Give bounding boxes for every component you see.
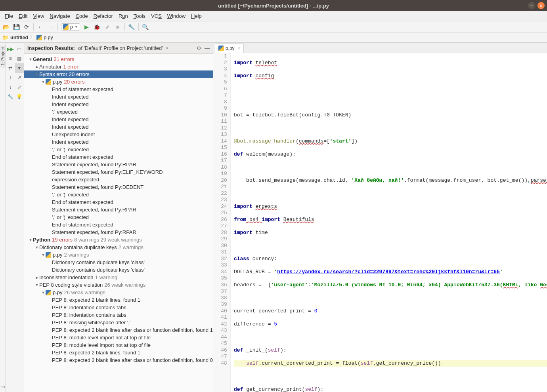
- run-configuration-select[interactable]: p ▼: [61, 23, 80, 30]
- project-tool-window-button[interactable]: 1: Project: [0, 45, 6, 67]
- tree-node[interactable]: Statement expected, found Py:DEDENT: [24, 183, 213, 191]
- tree-node[interactable]: expression expected: [24, 176, 213, 183]
- tree-node[interactable]: Unexpected indent: [24, 131, 213, 138]
- sync-icon[interactable]: ⟳: [23, 23, 30, 30]
- filter-icon[interactable]: ▼: [15, 63, 24, 73]
- tree-node[interactable]: End of statement expected: [24, 221, 213, 228]
- tree-node[interactable]: PEP 8: expected 2 blank lines, found 1: [24, 296, 213, 304]
- tree-node[interactable]: ▶Inconsistent indentation1 warning: [24, 274, 213, 281]
- run-config-name: p: [70, 24, 73, 30]
- menu-run[interactable]: Run: [116, 12, 130, 20]
- tree-node[interactable]: Statement expected, found Py:RPAR: [24, 228, 213, 236]
- debug-icon[interactable]: 🐞: [94, 23, 101, 30]
- tree-node[interactable]: PEP 8: expected 2 blank lines after clas…: [24, 326, 213, 334]
- tree-node[interactable]: ',' or ')' expected: [24, 213, 213, 221]
- inspection-toolbar: ▶▶▭ ≡▥ ⇄▼ ↑↗ ↓⤢ 🔧💡: [6, 43, 24, 392]
- code-editor[interactable]: 1234567891011121314151617181920212223242…: [213, 53, 547, 392]
- tree-node[interactable]: Indent expected: [24, 123, 213, 131]
- tree-node[interactable]: End of statement expected: [24, 198, 213, 206]
- gear-icon[interactable]: ⚙: [197, 45, 201, 51]
- menu-help[interactable]: Help: [189, 12, 204, 20]
- main-menu: File Edit View Navigate Code Refactor Ru…: [0, 11, 547, 21]
- menu-window[interactable]: Window: [165, 12, 188, 20]
- prev-icon[interactable]: ↑: [6, 73, 15, 82]
- pin-icon[interactable]: ⤢: [15, 82, 24, 92]
- tree-node[interactable]: Dictionary contains duplicate keys 'clas…: [24, 266, 213, 274]
- tree-node[interactable]: Statement expected, found Py:ELIF_KEYWOR…: [24, 168, 213, 176]
- tree-node[interactable]: PEP 8: indentation contains tabs: [24, 304, 213, 311]
- open-icon[interactable]: 📂: [2, 23, 10, 30]
- breadcrumb-file[interactable]: p.py: [44, 35, 53, 40]
- close-small-icon[interactable]: ×: [166, 46, 168, 50]
- tree-node[interactable]: End of statement expected: [24, 153, 213, 161]
- breadcrumb-project[interactable]: untitled: [10, 35, 28, 40]
- expand-icon[interactable]: ≡: [6, 54, 15, 63]
- next-icon[interactable]: ↓: [6, 82, 15, 92]
- close-window-button[interactable]: ×: [537, 2, 545, 9]
- tree-node[interactable]: Indent expected: [24, 116, 213, 123]
- tree-node[interactable]: Statement expected, found Py:RPAR: [24, 161, 213, 168]
- menu-vcs[interactable]: VCS: [149, 12, 164, 20]
- tree-node[interactable]: ▶Annotator1 error: [24, 63, 213, 70]
- code-content[interactable]: import telebot import config bot = teleb…: [231, 53, 547, 392]
- tree-node[interactable]: ▼Dictionary contains duplicate keys2 war…: [24, 244, 213, 251]
- inspection-tree[interactable]: ▼General21 errors▶Annotator1 error▼Synta…: [24, 54, 213, 392]
- menu-code[interactable]: Code: [73, 12, 90, 20]
- back-icon[interactable]: ←: [37, 23, 44, 30]
- tree-node[interactable]: Statement expected, found Py:RPAR: [24, 206, 213, 213]
- editor-tab-label: p.py: [226, 46, 235, 51]
- structure-icon[interactable]: ▭: [0, 384, 5, 390]
- tree-node[interactable]: PEP 8: module level import not at top of…: [24, 341, 213, 349]
- bulb-icon[interactable]: 💡: [15, 92, 24, 101]
- stop-icon[interactable]: ■: [114, 23, 121, 30]
- coverage-icon[interactable]: ⬈: [104, 23, 111, 30]
- tree-node[interactable]: ▼p.py2 warnings: [24, 251, 213, 259]
- rerun-icon[interactable]: ▶▶: [6, 44, 15, 54]
- separator: [124, 23, 125, 30]
- tree-node[interactable]: ▼p.py20 errors: [24, 78, 213, 86]
- tree-node[interactable]: Dictionary contains duplicate keys 'clas…: [24, 259, 213, 266]
- tree-node[interactable]: PEP 8: missing whitespace after ',': [24, 319, 213, 326]
- tree-node[interactable]: Indent expected: [24, 93, 213, 101]
- wrench-icon[interactable]: 🔧: [6, 92, 15, 101]
- tree-node[interactable]: ▼Python19 errors8 warnings 29 weak warni…: [24, 236, 213, 244]
- tree-node[interactable]: ▼p.py26 weak warnings: [24, 289, 213, 296]
- tree-node[interactable]: ▼Syntax error20 errors: [24, 70, 213, 78]
- forward-icon[interactable]: →: [47, 23, 54, 30]
- editor-tab-p-py[interactable]: p.py ×: [215, 43, 244, 53]
- tree-node[interactable]: ▼PEP 8 coding style violation26 weak war…: [24, 281, 213, 289]
- folder-icon[interactable]: 📁: [2, 34, 9, 40]
- run-icon[interactable]: ▶: [83, 23, 90, 30]
- tree-node[interactable]: PEP 8: indentation contains tabs: [24, 311, 213, 319]
- tree-node[interactable]: ',' or ')' expected: [24, 146, 213, 153]
- minimize-button[interactable]: –: [528, 2, 535, 9]
- tree-node[interactable]: Indent expected: [24, 101, 213, 108]
- tree-node[interactable]: Indent expected: [24, 138, 213, 146]
- tree-node[interactable]: ':' expected: [24, 108, 213, 116]
- save-icon[interactable]: 💾: [13, 23, 20, 30]
- window-title: untitled [~/PycharmProjects/untitled] - …: [218, 3, 329, 9]
- tree-node[interactable]: PEP 8: module level import not at top of…: [24, 334, 213, 341]
- breadcrumb-separator: 〉: [30, 34, 35, 41]
- export-icon[interactable]: ↗: [15, 73, 24, 82]
- menu-tools[interactable]: Tools: [131, 12, 148, 20]
- tree-node[interactable]: ',' or ')' expected: [24, 191, 213, 198]
- navigation-bar: 📁 untitled 〉 p.py: [0, 32, 547, 43]
- stop-small-icon[interactable]: ▭: [15, 44, 24, 54]
- tree-node[interactable]: PEP 8: expected 2 blank lines after clas…: [24, 356, 213, 364]
- menu-edit[interactable]: Edit: [16, 12, 30, 20]
- settings-icon[interactable]: 🔧: [128, 23, 135, 30]
- menu-navigate[interactable]: Navigate: [47, 12, 72, 20]
- menu-view[interactable]: View: [31, 12, 46, 20]
- tree-node[interactable]: ▼General21 errors: [24, 55, 213, 63]
- tree-node[interactable]: PEP 8: expected 2 blank lines, found 1: [24, 349, 213, 356]
- close-tab-icon[interactable]: ×: [236, 46, 240, 51]
- menu-refactor[interactable]: Refactor: [91, 12, 115, 20]
- search-icon[interactable]: 🔍: [142, 23, 149, 30]
- collapse-icon[interactable]: ⇄: [6, 63, 15, 73]
- layout-icon[interactable]: ▥: [15, 54, 24, 63]
- editor-area: p.py × 123456789101112131415161718192021…: [213, 43, 547, 392]
- menu-file[interactable]: File: [2, 12, 15, 20]
- hide-icon[interactable]: —: [205, 45, 210, 51]
- tree-node[interactable]: End of statement expected: [24, 86, 213, 93]
